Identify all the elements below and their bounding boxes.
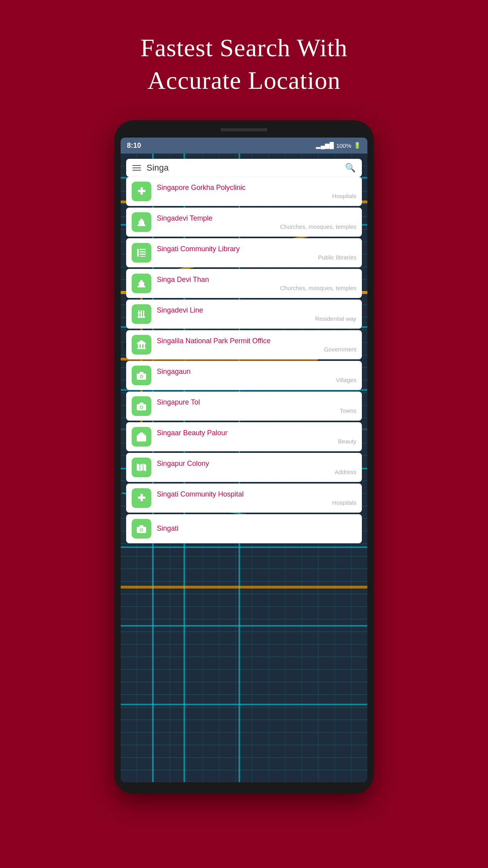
battery-percent: 100% bbox=[336, 142, 351, 149]
list-item[interactable]: ✚ Singati Community Hospital Hospitals bbox=[126, 484, 362, 513]
result-text: Singapore Gorkha Polyclinic Hospitals bbox=[157, 184, 356, 199]
result-text: Singadevi Temple Churches, mosques, temp… bbox=[157, 214, 356, 230]
result-name: Singapure Tol bbox=[157, 398, 356, 406]
result-icon-beauty bbox=[132, 427, 151, 447]
result-text: Singapure Tol Towns bbox=[157, 398, 356, 414]
svg-rect-21 bbox=[143, 344, 145, 348]
result-icon-government bbox=[132, 335, 151, 355]
svg-rect-35 bbox=[137, 435, 146, 441]
result-icon-camera2 bbox=[132, 396, 151, 416]
list-item[interactable]: Singapur Colony Address bbox=[126, 453, 362, 482]
svg-point-32 bbox=[141, 406, 143, 408]
result-category: Beauty bbox=[157, 438, 356, 445]
result-text: Singaar Beauty Palour Beauty bbox=[157, 429, 356, 445]
search-results-list: ✚ Singapore Gorkha Polyclinic Hospitals … bbox=[126, 177, 362, 543]
list-item[interactable]: Singadevi Temple Churches, mosques, temp… bbox=[126, 208, 362, 237]
result-icon-temple2 bbox=[132, 274, 151, 293]
svg-rect-47 bbox=[145, 528, 146, 529]
result-text: Singati Community Hospital Hospitals bbox=[157, 490, 356, 506]
result-category: Villages bbox=[157, 377, 356, 383]
status-icons: ▂▄▆█ 100% 🔋 bbox=[316, 142, 361, 149]
svg-rect-28 bbox=[139, 372, 143, 374]
svg-rect-6 bbox=[139, 251, 146, 252]
phone-speaker bbox=[220, 128, 268, 131]
list-item[interactable]: Singadevi Line Residential way bbox=[126, 300, 362, 329]
svg-rect-38 bbox=[139, 438, 141, 440]
svg-rect-33 bbox=[139, 403, 143, 405]
svg-rect-46 bbox=[139, 525, 143, 527]
svg-rect-22 bbox=[137, 343, 146, 344]
svg-rect-19 bbox=[138, 344, 139, 348]
result-icon-hospital2: ✚ bbox=[132, 488, 151, 508]
result-text: Singa Devi Than Churches, mosques, templ… bbox=[157, 276, 356, 291]
result-icon-camera3 bbox=[132, 519, 151, 539]
svg-rect-18 bbox=[137, 348, 146, 349]
list-item[interactable]: ✚ Singapore Gorkha Polyclinic Hospitals bbox=[126, 177, 362, 206]
list-item[interactable]: Singagaun Villages bbox=[126, 361, 362, 390]
list-item[interactable]: Singa Devi Than Churches, mosques, templ… bbox=[126, 269, 362, 298]
svg-rect-7 bbox=[139, 254, 146, 255]
result-name: Singati Community Hospital bbox=[157, 490, 356, 498]
status-bar: 8:10 ▂▄▆█ 100% 🔋 bbox=[121, 138, 367, 153]
battery-icon: 🔋 bbox=[354, 142, 361, 149]
result-text: Singati bbox=[157, 524, 356, 533]
search-overlay: Singa 🔍 ✚ Singapore Gorkha Polyclinic Ho… bbox=[121, 153, 367, 543]
result-icon-camera bbox=[132, 366, 151, 385]
list-item[interactable]: Singaar Beauty Palour Beauty bbox=[126, 422, 362, 451]
result-name: Singa Devi Than bbox=[157, 276, 356, 284]
result-category: Towns bbox=[157, 407, 356, 414]
search-bar: Singa 🔍 bbox=[126, 159, 362, 177]
list-item[interactable]: Singalila National Park Permit Office Go… bbox=[126, 330, 362, 359]
result-category: Residential way bbox=[157, 315, 356, 322]
result-text: Singati Community Library Public librari… bbox=[157, 245, 356, 261]
result-category: Hospitals bbox=[157, 193, 356, 199]
search-input[interactable]: Singa bbox=[147, 163, 345, 173]
svg-point-27 bbox=[141, 376, 143, 378]
result-name: Singapore Gorkha Polyclinic bbox=[157, 184, 356, 192]
result-text: Singapur Colony Address bbox=[157, 460, 356, 475]
map-area: harajgan + ◎ Singa 🔍 bbox=[121, 153, 367, 782]
list-item[interactable]: Singati bbox=[126, 514, 362, 543]
svg-marker-2 bbox=[138, 218, 145, 222]
signal-icon: ▂▄▆█ bbox=[316, 142, 334, 149]
result-category: Hospitals bbox=[157, 499, 356, 506]
result-name: Singapur Colony bbox=[157, 460, 356, 468]
result-icon-hospital: ✚ bbox=[132, 182, 151, 201]
svg-marker-11 bbox=[138, 280, 145, 283]
result-name: Singati Community Library bbox=[157, 245, 356, 253]
result-icon-map bbox=[132, 458, 151, 477]
svg-rect-8 bbox=[139, 256, 146, 257]
result-name: Singadevi Line bbox=[157, 306, 356, 314]
result-category: Churches, mosques, temples bbox=[157, 285, 356, 291]
svg-rect-16 bbox=[138, 316, 145, 318]
page-title: Fastest Search With Accurate Location bbox=[140, 31, 347, 97]
svg-point-45 bbox=[141, 529, 143, 531]
result-name: Singagaun bbox=[157, 368, 356, 376]
svg-rect-4 bbox=[137, 249, 139, 257]
result-name: Singati bbox=[157, 524, 356, 533]
list-item[interactable]: Singapure Tol Towns bbox=[126, 392, 362, 421]
svg-rect-3 bbox=[140, 223, 143, 226]
status-time: 8:10 bbox=[127, 142, 141, 150]
menu-icon[interactable] bbox=[132, 165, 141, 171]
result-icon-road bbox=[132, 304, 151, 324]
result-name: Singaar Beauty Palour bbox=[157, 429, 356, 437]
svg-point-24 bbox=[141, 342, 142, 343]
svg-rect-29 bbox=[145, 374, 146, 375]
result-category: Churches, mosques, temples bbox=[157, 223, 356, 230]
svg-rect-5 bbox=[139, 249, 146, 250]
svg-marker-40 bbox=[137, 463, 146, 471]
svg-rect-12 bbox=[140, 285, 143, 287]
svg-rect-34 bbox=[145, 405, 146, 406]
result-category: Government bbox=[157, 346, 356, 353]
result-name: Singadevi Temple bbox=[157, 214, 356, 223]
phone-screen: 8:10 ▂▄▆█ 100% 🔋 bbox=[121, 138, 367, 782]
search-button[interactable]: 🔍 bbox=[345, 163, 356, 173]
list-item[interactable]: Singati Community Library Public librari… bbox=[126, 238, 362, 267]
result-name: Singalila National Park Permit Office bbox=[157, 337, 356, 345]
result-icon-temple bbox=[132, 212, 151, 232]
result-text: Singalila National Park Permit Office Go… bbox=[157, 337, 356, 353]
result-icon-library bbox=[132, 243, 151, 263]
result-category: Public libraries bbox=[157, 254, 356, 261]
result-category: Address bbox=[157, 469, 356, 475]
